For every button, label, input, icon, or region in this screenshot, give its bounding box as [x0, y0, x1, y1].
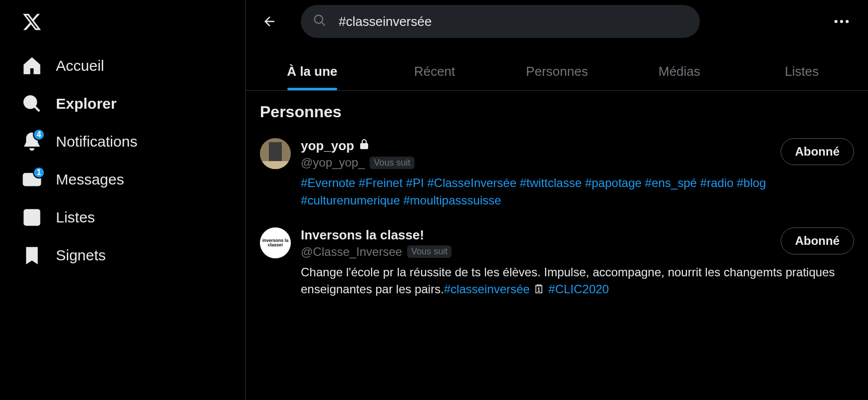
- person-body: Inversons la classe! @Classe_Inversee Vo…: [301, 227, 854, 299]
- nav-label: Explorer: [56, 95, 117, 112]
- avatar[interactable]: inversons la classe!: [260, 227, 291, 258]
- hashtag-link[interactable]: #blog: [737, 176, 766, 190]
- nav-explore[interactable]: Explorer: [15, 85, 245, 123]
- result-tabs: À la une Récent Personnes Médias Listes: [246, 53, 868, 91]
- avatar[interactable]: [260, 138, 291, 169]
- follow-button[interactable]: Abonné: [781, 138, 854, 165]
- person-body: yop_yop @yop_yop_ Vous suit Abonné #Ever…: [301, 138, 854, 209]
- svg-rect-12: [269, 142, 282, 161]
- display-name[interactable]: yop_yop: [301, 138, 415, 154]
- back-button[interactable]: [258, 10, 281, 33]
- nav-label: Accueil: [56, 57, 104, 74]
- person-result[interactable]: inversons la classe! Inversons la classe…: [246, 218, 868, 308]
- follows-you-badge: Vous suit: [370, 157, 414, 169]
- hashtag-link[interactable]: #ens_spé: [645, 176, 697, 190]
- search-icon: [22, 94, 42, 114]
- person-header: yop_yop @yop_yop_ Vous suit Abonné: [301, 138, 854, 170]
- hashtag-link[interactable]: #moultipasssuisse: [403, 194, 501, 207]
- handle[interactable]: @yop_yop_: [301, 156, 365, 170]
- svg-line-7: [322, 22, 325, 26]
- search-header: [246, 0, 868, 43]
- search-input[interactable]: [339, 14, 688, 29]
- primary-nav: Accueil Explorer 4 Notifications 1 Messa…: [15, 47, 245, 274]
- nav-label: Messages: [56, 171, 124, 188]
- hashtag-link[interactable]: #radio: [700, 176, 734, 190]
- svg-point-0: [24, 96, 36, 108]
- display-name[interactable]: Inversons la classe!: [301, 227, 451, 243]
- person-result[interactable]: yop_yop @yop_yop_ Vous suit Abonné #Ever…: [246, 129, 868, 218]
- hashtag-link[interactable]: #PI: [406, 176, 424, 190]
- list-icon: [22, 207, 42, 227]
- svg-point-6: [315, 15, 323, 23]
- bookmark-icon: [22, 245, 42, 265]
- sidebar: Accueil Explorer 4 Notifications 1 Messa…: [0, 0, 246, 400]
- follows-you-badge: Vous suit: [407, 245, 451, 258]
- nav-bookmarks[interactable]: Signets: [15, 236, 245, 274]
- more-options-button[interactable]: [830, 10, 853, 33]
- main-content: À la une Récent Personnes Médias Listes …: [246, 0, 868, 400]
- calendar-emoji: 🗓: [533, 282, 545, 296]
- person-header: Inversons la classe! @Classe_Inversee Vo…: [301, 227, 854, 259]
- person-names: yop_yop @yop_yop_ Vous suit: [301, 138, 415, 170]
- handle-row: @Classe_Inversee Vous suit: [301, 245, 451, 259]
- nav-home[interactable]: Accueil: [15, 47, 245, 85]
- tab-lists[interactable]: Listes: [741, 53, 863, 90]
- hashtag-link[interactable]: #classeinversée: [444, 282, 530, 296]
- hashtag-link[interactable]: #CLIC2020: [548, 282, 609, 296]
- nav-lists[interactable]: Listes: [15, 199, 245, 236]
- x-logo[interactable]: [15, 5, 49, 39]
- mail-icon: 1: [22, 170, 42, 190]
- handle-row: @yop_yop_ Vous suit: [301, 156, 415, 170]
- hashtag-link[interactable]: #twittclasse: [520, 176, 582, 190]
- svg-rect-3: [24, 210, 39, 225]
- bio: #Evernote #Freinet #PI #ClasseInversée #…: [301, 175, 854, 209]
- nav-notifications[interactable]: 4 Notifications: [15, 123, 245, 161]
- tab-top[interactable]: À la une: [251, 53, 373, 90]
- nav-label: Signets: [56, 247, 106, 264]
- svg-point-9: [840, 20, 843, 23]
- hashtag-link[interactable]: #papotage: [585, 176, 642, 190]
- bell-icon: 4: [22, 132, 42, 152]
- svg-point-10: [846, 20, 849, 23]
- svg-line-1: [34, 106, 39, 111]
- person-names: Inversons la classe! @Classe_Inversee Vo…: [301, 227, 451, 259]
- tab-people[interactable]: Personnes: [496, 53, 618, 90]
- bio: Change l'école pr la réussite de ts les …: [301, 264, 854, 299]
- tab-media[interactable]: Médias: [618, 53, 740, 90]
- hashtag-link[interactable]: #ClasseInversée: [428, 176, 517, 190]
- section-heading: Personnes: [246, 91, 868, 129]
- notification-badge: 4: [33, 129, 45, 141]
- nav-label: Listes: [56, 209, 95, 226]
- search-icon: [313, 13, 327, 29]
- nav-label: Notifications: [56, 133, 137, 150]
- tab-latest[interactable]: Récent: [373, 53, 495, 90]
- home-icon: [22, 56, 42, 76]
- messages-badge: 1: [33, 167, 45, 179]
- hashtag-link[interactable]: #Freinet: [359, 176, 403, 190]
- lock-icon: [358, 138, 370, 154]
- svg-point-8: [835, 20, 838, 23]
- hashtag-link[interactable]: #Evernote: [301, 176, 355, 190]
- handle[interactable]: @Classe_Inversee: [301, 245, 402, 259]
- nav-messages[interactable]: 1 Messages: [15, 161, 245, 199]
- search-box[interactable]: [301, 5, 700, 38]
- hashtag-link[interactable]: #culturenumerique: [301, 194, 400, 207]
- follow-button[interactable]: Abonné: [781, 227, 854, 254]
- svg-rect-13: [260, 161, 291, 169]
